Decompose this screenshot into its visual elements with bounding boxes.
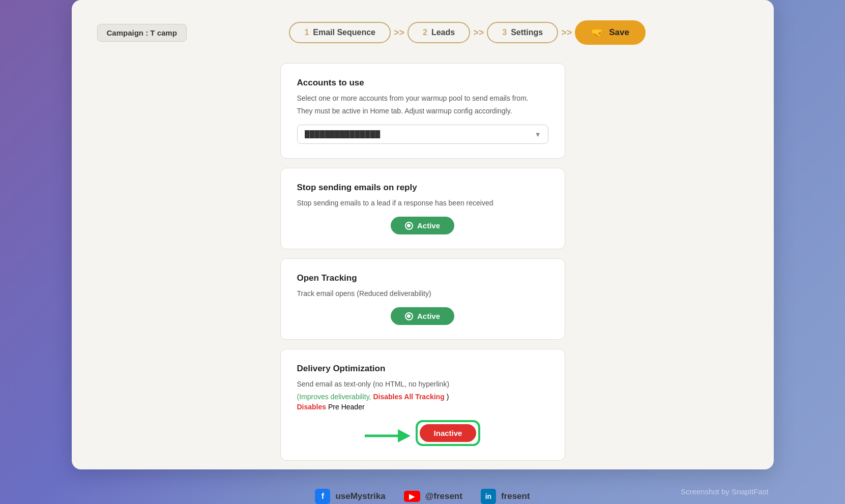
active-circle-icon [405,222,413,230]
linkedin-label: fresent [501,491,530,501]
disables-red-text: Disables [297,403,327,411]
disables-normal-text: Pre Header [328,403,365,411]
open-tracking-toggle-row: Active [297,307,548,325]
accounts-section: Accounts to use Select one or more accou… [280,63,565,159]
svg-marker-1 [398,429,411,442]
step2-num: 2 [423,28,427,37]
footer-facebook: f useMystrika [315,489,385,504]
save-label: Save [609,27,629,38]
facebook-label: useMystrika [335,491,385,501]
facebook-icon: f [315,489,330,504]
open-tracking-desc: Track email opens (Reduced deliverabilit… [297,288,548,299]
screenshot-badge: Screenshot by SnapItFast [681,487,769,496]
steps-nav: 1 Email Sequence >> 2 Leads >> 3 Setting… [289,20,646,45]
youtube-icon: ▶ [404,491,420,502]
delivery-toggle-row: Inactive [297,420,548,446]
step-arrow-2: >> [473,27,484,38]
stop-sending-toggle-row: Active [297,217,548,234]
main-card: Campaign : T camp 1 Email Sequence >> 2 … [72,0,774,469]
open-tracking-title: Open Tracking [297,273,548,283]
step-arrow-3: >> [561,27,572,38]
step3-label: Settings [511,28,543,37]
accounts-title: Accounts to use [297,78,548,88]
step1-num: 1 [304,28,309,37]
open-tracking-circle-icon [405,312,413,320]
delivery-highlight-border: Inactive [416,420,481,446]
accounts-desc1: Select one or more accounts from your wa… [297,93,548,104]
delivery-section: Delivery Optimization Send email as text… [280,349,565,461]
green-arrow-wrap [365,423,411,443]
wave-icon: 🤜 [591,26,604,39]
delivery-note-red: Disables All Tracking [373,393,444,401]
stop-sending-toggle-label: Active [417,221,440,230]
campaign-badge: Campaign : T camp [97,24,187,42]
content-area: Accounts to use Select one or more accou… [280,63,565,461]
stop-sending-desc: Stop sending emails to a lead if a respo… [297,198,548,209]
delivery-disables-line: Disables Pre Header [297,403,548,411]
footer-outer: f useMystrika ▶ @fresent in fresent Scre… [72,479,774,504]
accounts-dropdown[interactable]: ███████████████ [297,125,548,144]
delivery-title: Delivery Optimization [297,364,548,374]
delivery-note-paren-close: ) [447,393,449,401]
accounts-dropdown-wrap: ███████████████ ▼ [297,125,548,144]
green-arrow-icon [365,423,411,443]
delivery-note: (Improves deliverability, Disables All T… [297,393,548,401]
delivery-toggle[interactable]: Inactive [420,424,477,442]
step-leads[interactable]: 2 Leads [407,22,470,43]
stop-sending-title: Stop sending emails on reply [297,183,548,193]
step-email-sequence[interactable]: 1 Email Sequence [289,22,391,43]
stop-sending-toggle[interactable]: Active [391,217,454,234]
stop-sending-section: Stop sending emails on reply Stop sendin… [280,168,565,249]
delivery-desc: Send email as text-only (no HTML, no hyp… [297,379,548,390]
step-settings[interactable]: 3 Settings [487,22,558,43]
step3-num: 3 [502,28,507,37]
footer-youtube: ▶ @fresent [404,491,462,502]
linkedin-icon: in [481,489,496,504]
step2-label: Leads [431,28,455,37]
footer-linkedin: in fresent [481,489,530,504]
accounts-desc2: They must be active in Home tab. Adjust … [297,106,548,116]
open-tracking-toggle-label: Active [417,312,440,320]
open-tracking-toggle[interactable]: Active [391,307,454,325]
youtube-label: @fresent [425,491,462,501]
step1-label: Email Sequence [313,28,375,37]
delivery-note-green: (Improves deliverability, [297,393,371,401]
header: Campaign : T camp 1 Email Sequence >> 2 … [97,20,748,45]
save-button[interactable]: 🤜 Save [575,20,646,45]
open-tracking-section: Open Tracking Track email opens (Reduced… [280,258,565,340]
step-arrow-1: >> [394,27,404,38]
footer: f useMystrika ▶ @fresent in fresent [72,489,774,504]
